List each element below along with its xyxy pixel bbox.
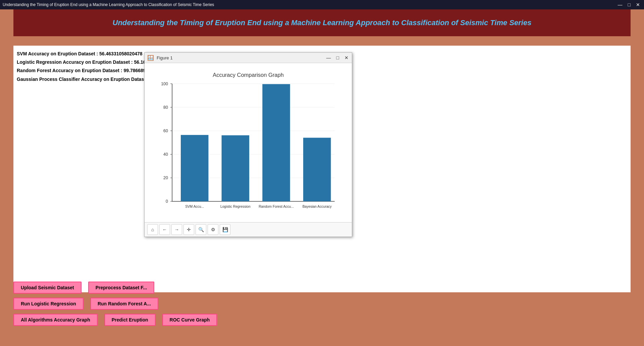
chart-title: Accuracy Comparison Graph [213,72,284,78]
toolbar-save[interactable]: 💾 [220,224,230,235]
svm-result: SVM Accuracy on Eruption Dataset : 56.46… [17,50,151,58]
random-forest-result: Random Forest Accuracy on Eruption Datas… [17,66,151,75]
y-tick-100: 100 [161,82,168,86]
toolbar-settings[interactable]: ⚙ [208,224,218,235]
logistic-result: Logistic Regression Accuracy on Eruption… [17,58,151,66]
figure-window: 🪟 Figure 1 — □ ✕ Accuracy Comparison Gra… [144,52,352,237]
app-area: Understanding the Timing of Eruption End… [0,9,644,346]
y-tick-0: 0 [166,199,168,204]
x-label-rf: Random Forest Accu... [259,205,294,208]
bar-logistic [222,135,249,201]
predict-button[interactable]: Predict Eruption [104,314,156,326]
buttons-area: Upload Seismic Dataset Preprocess Datase… [13,282,217,326]
x-label-logistic: Logistic Regression [220,205,251,208]
bar-svm [181,135,208,201]
bar-bayesian [303,138,331,202]
y-tick-80: 80 [163,105,168,110]
figure-controls: — □ ✕ [326,55,349,60]
figure-icon: 🪟 [147,55,154,61]
figure-chart-area: Accuracy Comparison Graph 0 20 [145,63,352,222]
toolbar-forward[interactable]: → [171,224,182,235]
main-title: Understanding the Timing of Eruption End… [113,18,532,27]
figure-title: Figure 1 [157,55,323,60]
minimize-button[interactable]: — [616,2,624,7]
header: Understanding the Timing of Eruption End… [13,9,631,36]
x-label-svm: SVM Accu... [185,205,204,208]
app-titlebar: Understanding the Timing of Eruption End… [0,0,644,9]
figure-toolbar: ⌂ ← → ✛ 🔍 ⚙ 💾 [145,222,352,237]
toolbar-zoom[interactable]: 🔍 [196,224,206,235]
logistic-button[interactable]: Run Logistic Regression [13,298,84,310]
y-tick-40: 40 [163,152,168,157]
chart-svg: Accuracy Comparison Graph 0 20 [148,66,348,219]
y-tick-60: 60 [163,129,168,133]
close-button[interactable]: ✕ [635,2,641,7]
figure-close[interactable]: ✕ [344,55,349,60]
figure-minimize[interactable]: — [326,55,332,60]
results-area: SVM Accuracy on Eruption Dataset : 56.46… [17,50,151,84]
gaussian-result: Gaussian Process Classifier Accuracy on … [17,75,151,84]
maximize-button[interactable]: □ [627,2,632,7]
toolbar-back[interactable]: ← [159,224,170,235]
y-tick-20: 20 [163,176,168,180]
figure-maximize[interactable]: □ [336,55,340,60]
upload-button[interactable]: Upload Seismic Dataset [13,282,82,294]
x-label-bayesian: Bayesian Accuracy [303,205,332,208]
app-title: Understanding the Timing of Eruption End… [3,2,616,7]
toolbar-home[interactable]: ⌂ [147,224,158,235]
button-row-3: All Algorithms Accuracy Graph Predict Er… [13,314,217,326]
random-forest-button[interactable]: Run Random Forest A... [90,298,158,310]
button-row-2: Run Logistic Regression Run Random Fores… [13,298,217,310]
window-controls: — □ ✕ [616,2,641,7]
roc-button[interactable]: ROC Curve Graph [162,314,217,326]
button-row-1: Upload Seismic Dataset Preprocess Datase… [13,282,217,294]
bar-random-forest [262,84,290,202]
all-graph-button[interactable]: All Algorithms Accuracy Graph [13,314,98,326]
toolbar-move[interactable]: ✛ [183,224,194,235]
figure-titlebar: 🪟 Figure 1 — □ ✕ [145,53,352,63]
preprocess-button[interactable]: Preprocess Dataset F... [88,282,154,294]
